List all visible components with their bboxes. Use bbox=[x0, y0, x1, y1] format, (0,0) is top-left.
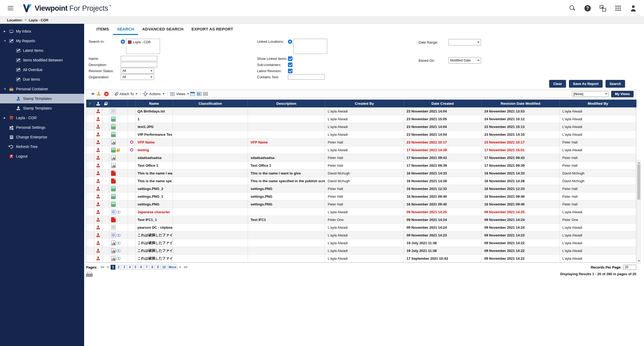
sidebar-item-personal-container[interactable]: ▼Personal Container bbox=[0, 84, 84, 94]
prev-page-button[interactable]: < bbox=[107, 265, 109, 269]
sidebar-item-items-modified-between[interactable]: Items Modified Between bbox=[0, 55, 84, 65]
sidebar-item-my-inbox[interactable]: ▶My Inbox bbox=[0, 26, 84, 36]
row-select-cell[interactable] bbox=[86, 231, 94, 239]
show-linked-items-checkbox[interactable] bbox=[288, 56, 292, 61]
page-button-3[interactable]: 3 bbox=[122, 265, 127, 270]
name-input[interactable] bbox=[121, 56, 157, 61]
row-select-cell[interactable] bbox=[86, 107, 94, 115]
thumbnail-view-icon[interactable] bbox=[197, 92, 201, 96]
table-row[interactable]: This is the name speThis is the name spe… bbox=[86, 177, 636, 185]
sidebar-item-layla-cor[interactable]: ▶Layla - COR bbox=[0, 113, 84, 123]
col-header-date-created[interactable]: Date Created bbox=[404, 100, 482, 107]
menu-icon[interactable] bbox=[7, 5, 14, 11]
table-row[interactable]: settings.PNG_2settings.PNGPeter Hall16 N… bbox=[86, 185, 636, 193]
row-select-cell[interactable] bbox=[86, 255, 94, 262]
row-select-cell[interactable] bbox=[86, 239, 94, 247]
search-icon[interactable] bbox=[569, 5, 576, 11]
add-linked-location-icon[interactable] bbox=[288, 40, 292, 44]
row-select-cell[interactable] bbox=[86, 123, 94, 130]
next-page-button[interactable]: > bbox=[179, 265, 181, 269]
clear-button[interactable]: Clear bbox=[549, 80, 566, 88]
table-row[interactable]: Test Office 1Test Office 1Peter Hall17 N… bbox=[86, 162, 636, 169]
col-header-classification[interactable]: Classification bbox=[173, 100, 248, 107]
columns-icon[interactable] bbox=[204, 92, 208, 96]
search-location-item[interactable]: Layla - COR bbox=[126, 39, 160, 45]
table-row[interactable]: これは破損したファイL'ayla Alwadi09 November 2021 … bbox=[86, 231, 636, 239]
scroll-down-icon[interactable] bbox=[638, 260, 640, 263]
page-button-8[interactable]: 8 bbox=[150, 265, 155, 270]
sidebar-item-latest-items[interactable]: Latest Items bbox=[0, 46, 84, 55]
revision-status-select[interactable]: All bbox=[121, 68, 154, 74]
table-row[interactable]: VFP NameVFP NamePeter Hall23 November 20… bbox=[86, 138, 636, 146]
row-select-cell[interactable] bbox=[86, 185, 94, 192]
back-icon[interactable] bbox=[90, 92, 95, 96]
row-select-cell[interactable] bbox=[86, 177, 94, 185]
table-row[interactable]: Test IFC1_1Test IFC1Peter One09 November… bbox=[86, 216, 636, 224]
col-header-revision-date-modified[interactable]: Revision Date Modified bbox=[482, 100, 560, 107]
row-select-cell[interactable] bbox=[86, 208, 94, 216]
date-range-select[interactable] bbox=[448, 39, 481, 45]
col-header-description[interactable]: Description bbox=[248, 100, 325, 107]
save-as-report-button[interactable]: Save As Report bbox=[569, 80, 603, 88]
page-button-1[interactable]: 1 bbox=[111, 265, 115, 270]
more-pages-button[interactable]: More bbox=[168, 265, 178, 270]
sidebar-item-personal-settings[interactable]: Personal Settings bbox=[0, 123, 84, 132]
based-on-select[interactable]: Modified Date bbox=[448, 57, 481, 64]
table-row[interactable]: Japanese characterL'ayla Alwadi09 Novemb… bbox=[86, 208, 636, 216]
description-input[interactable] bbox=[121, 62, 157, 67]
user-profile-icon[interactable] bbox=[630, 5, 637, 11]
row-select-cell[interactable] bbox=[86, 224, 94, 231]
row-select-cell[interactable] bbox=[86, 200, 94, 208]
row-select-cell[interactable] bbox=[86, 138, 94, 146]
row-select-cell[interactable] bbox=[86, 115, 94, 123]
table-row[interactable]: QA Birthdays.txtL'ayla Alwadi23 November… bbox=[86, 107, 636, 115]
last-page-button[interactable]: >> bbox=[184, 265, 188, 269]
sidebar-item-all-overdue[interactable]: All Overdue bbox=[0, 65, 84, 75]
first-page-button[interactable]: << bbox=[101, 265, 104, 269]
tab-advanced-search[interactable]: ADVANCED SEARCH bbox=[138, 24, 187, 35]
sidebar-item-my-reports[interactable]: ▼My Reports bbox=[0, 36, 84, 46]
row-select-cell[interactable] bbox=[86, 146, 94, 154]
attach-to-menu[interactable]: Attach To bbox=[115, 92, 138, 96]
chevron-right-icon[interactable]: ▶ bbox=[4, 30, 9, 33]
apps-grid-icon[interactable] bbox=[615, 5, 621, 11]
table-row[interactable]: testingL'ayla Alwadi17 November 2021 14:… bbox=[86, 146, 636, 154]
table-row[interactable]: VfP Performance TesL'ayla Alwadi23 Novem… bbox=[86, 131, 636, 138]
row-select-cell[interactable] bbox=[86, 169, 94, 177]
help-icon[interactable] bbox=[584, 5, 591, 11]
table-row[interactable]: settings.PNGsettings.PNGPeter Hall16 Nov… bbox=[86, 200, 636, 208]
sidebar-item-stamp-templates[interactable]: Stamp Templates bbox=[0, 94, 84, 103]
page-button-4[interactable]: 4 bbox=[127, 265, 132, 270]
page-button-10[interactable]: 10 bbox=[161, 265, 167, 270]
organization-select[interactable]: All bbox=[121, 74, 154, 80]
sub-containers-checkbox[interactable] bbox=[288, 63, 292, 67]
my-views-button[interactable]: My Views bbox=[611, 91, 634, 97]
table-row[interactable]: This is the name I waThis is the name I … bbox=[86, 169, 636, 177]
actions-menu[interactable]: Actions bbox=[143, 92, 165, 96]
page-button-2[interactable]: 2 bbox=[116, 265, 121, 270]
table-row[interactable]: test1.JPGL'ayla Alwadi23 November 2021 1… bbox=[86, 123, 636, 131]
row-select-cell[interactable] bbox=[86, 131, 94, 138]
select-all-header[interactable] bbox=[86, 100, 94, 107]
col-header-name[interactable]: Name bbox=[135, 100, 173, 107]
sidebar-item-refresh-tree[interactable]: Refresh Tree bbox=[0, 142, 84, 151]
enterprise-switch-icon[interactable] bbox=[600, 5, 606, 11]
row-select-cell[interactable] bbox=[86, 193, 94, 200]
scroll-up-icon[interactable] bbox=[638, 161, 640, 164]
chevron-down-icon[interactable]: ▼ bbox=[4, 88, 9, 90]
sidebar-item-stamp-templates[interactable]: Stamp Templates bbox=[0, 103, 84, 113]
breadcrumb-current[interactable]: Layla - COR bbox=[29, 18, 49, 22]
table-row[interactable]: sdadsadsadsasdadsadsadsaPeter Hall17 Nov… bbox=[86, 154, 636, 162]
col-header-created-by[interactable]: Created By bbox=[325, 100, 404, 107]
chevron-right-icon[interactable]: ▶ bbox=[4, 116, 9, 119]
page-button-6[interactable]: 6 bbox=[139, 265, 143, 270]
search-in-box[interactable]: Layla - COR bbox=[126, 39, 160, 54]
row-select-cell[interactable] bbox=[86, 216, 94, 223]
add-search-location-icon[interactable] bbox=[121, 40, 125, 44]
views-menu[interactable]: Views bbox=[170, 92, 189, 96]
stamp-tool-icon[interactable] bbox=[97, 92, 102, 96]
chevron-down-icon[interactable]: ▼ bbox=[4, 40, 9, 42]
table-row[interactable]: pearson DC - clipboaL'ayla Alwadi09 Nove… bbox=[86, 224, 636, 231]
grid-view-icon[interactable] bbox=[190, 92, 195, 96]
contains-text-input[interactable] bbox=[288, 74, 325, 80]
